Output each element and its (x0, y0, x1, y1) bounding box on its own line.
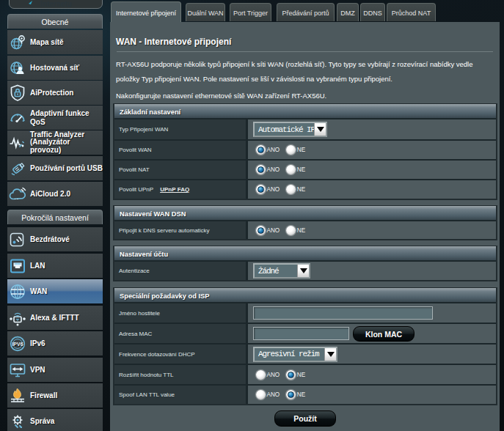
svg-text:Internetu: Internetu (40, 0, 72, 8)
svg-text:IPV6: IPV6 (12, 341, 23, 346)
